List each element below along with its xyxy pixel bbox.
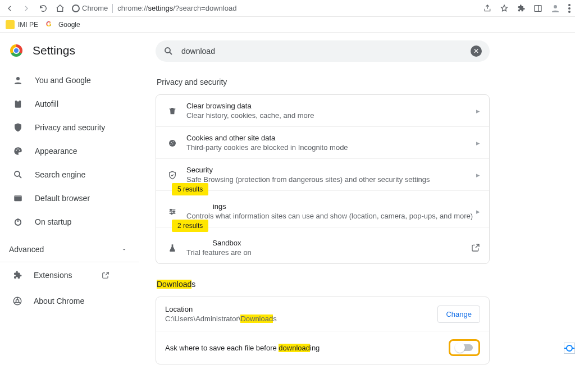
sidebar-item-label: Privacy and security [35, 123, 105, 132]
row-subtitle: Clear history, cookies, cache, and more [186, 111, 476, 120]
downloads-card: Location C:\Users\Administrator\Download… [156, 297, 490, 364]
svg-rect-7 [15, 101, 21, 108]
side-panel-icon[interactable] [533, 4, 542, 13]
settings-search-input[interactable] [180, 46, 471, 56]
open-in-new-icon [102, 271, 109, 279]
bookmark-label: IMI PE [18, 21, 38, 29]
power-icon [12, 217, 24, 227]
puzzle-icon [12, 270, 22, 280]
back-button[interactable] [4, 3, 15, 13]
svg-point-11 [19, 150, 20, 151]
location-path: C:\Users\Administrator\Downloads [165, 314, 277, 323]
ask-label: Ask where to save each file before downl… [165, 344, 320, 352]
palette-icon [12, 146, 24, 156]
trash-icon [165, 106, 180, 116]
cookie-icon [165, 138, 180, 148]
settings-main: ✕ Privacy and security Clear browsing da… [139, 33, 575, 392]
share-icon[interactable] [483, 4, 492, 13]
bookmark-google[interactable]: Google [46, 20, 80, 29]
sidebar-item-label: Appearance [35, 147, 77, 156]
row-ask-where-to-save: Ask where to save each file before downl… [156, 331, 489, 364]
svg-point-24 [173, 142, 174, 143]
svg-point-30 [170, 209, 172, 211]
sidebar-item-about[interactable]: About Chrome [0, 288, 139, 314]
reload-button[interactable] [38, 3, 48, 13]
forward-button[interactable] [21, 3, 31, 13]
sidebar-item-label: Search engine [35, 170, 85, 179]
chrome-about-icon [12, 296, 22, 306]
sidebar-item-default-browser[interactable]: Default browser [0, 186, 139, 210]
svg-point-19 [16, 299, 19, 302]
row-download-location: Location C:\Users\Administrator\Download… [156, 297, 489, 331]
profile-avatar[interactable] [550, 3, 560, 13]
sidebar-item-label: Extensions [34, 271, 72, 280]
sidebar-item-label: You and Google [35, 76, 91, 85]
bookmark-imi-pe[interactable]: IMI PE [6, 20, 38, 29]
shield-check-icon [165, 170, 180, 180]
row-title: Site settings [186, 202, 476, 211]
flask-icon [165, 243, 180, 253]
row-subtitle: Safe Browsing (protection from dangerous… [186, 175, 476, 184]
row-title: Privacy Sandbox [186, 239, 471, 247]
svg-point-5 [568, 11, 571, 13]
row-title: Clear browsing data [186, 102, 476, 110]
sidebar-item-search-engine[interactable]: Search engine [0, 163, 139, 186]
sidebar-item-label: About Chrome [34, 297, 84, 306]
svg-point-4 [568, 7, 571, 10]
search-icon [12, 170, 24, 180]
advanced-label: Advanced [9, 245, 44, 254]
location-label: Location [165, 305, 277, 313]
chevron-right-icon: ▸ [476, 171, 480, 179]
sliders-icon [165, 206, 180, 216]
search-icon [163, 46, 174, 56]
sidebar-item-autofill[interactable]: Autofill [0, 92, 139, 116]
star-icon[interactable] [500, 4, 509, 13]
google-favicon-icon [46, 20, 55, 29]
shield-icon [12, 122, 24, 133]
svg-point-32 [171, 213, 172, 215]
svg-point-23 [171, 142, 172, 143]
sidebar-item-you-and-google[interactable]: You and Google [0, 69, 139, 92]
svg-point-20 [165, 48, 170, 53]
site-info-icon [72, 4, 80, 12]
sidebar-item-appearance[interactable]: Appearance [0, 139, 139, 163]
results-bubble: 5 results [172, 183, 208, 195]
svg-point-22 [169, 140, 176, 147]
sidebar-item-label: Default browser [35, 194, 90, 203]
settings-search-box[interactable]: ✕ [156, 40, 490, 62]
row-clear-browsing-data[interactable]: Clear browsing dataClear history, cookie… [156, 95, 489, 127]
svg-point-25 [172, 144, 174, 145]
settings-sidebar: Settings You and Google Autofill Privacy… [0, 33, 139, 392]
ask-toggle[interactable] [456, 344, 473, 351]
sidebar-item-on-startup[interactable]: On startup [0, 210, 139, 234]
annotation-highlight [449, 339, 480, 356]
sidebar-advanced-toggle[interactable]: Advanced [0, 237, 139, 262]
row-cookies[interactable]: Cookies and other site dataThird-party c… [156, 127, 489, 159]
chevron-right-icon: ▸ [476, 139, 480, 147]
svg-point-12 [15, 171, 20, 176]
browser-toolbar: Chrome chrome://settings/?search=downloa… [0, 0, 575, 17]
person-icon [12, 75, 24, 85]
row-privacy-sandbox[interactable]: 2 results Privacy SandboxTrial features … [156, 227, 489, 263]
bookmark-favicon [6, 20, 15, 29]
results-bubble: 2 results [172, 220, 208, 232]
extensions-icon[interactable] [517, 4, 526, 13]
omni-chrome-label: Chrome [82, 4, 108, 12]
section-privacy-title: Privacy and security [157, 78, 569, 86]
sidebar-item-extensions[interactable]: Extensions [0, 262, 139, 288]
omnibox[interactable]: Chrome chrome://settings/?search=downloa… [72, 4, 476, 13]
kebab-menu-icon[interactable] [568, 4, 571, 13]
row-title: Security [186, 166, 476, 174]
teamviewer-floater[interactable] [564, 343, 575, 354]
svg-line-13 [19, 176, 21, 178]
sidebar-item-label: Autofill [35, 99, 58, 108]
svg-point-10 [17, 148, 19, 149]
change-location-button[interactable]: Change [437, 306, 480, 323]
home-button[interactable] [55, 3, 65, 13]
svg-point-6 [16, 77, 20, 80]
svg-rect-8 [17, 100, 20, 102]
clear-search-button[interactable]: ✕ [471, 45, 482, 57]
svg-point-2 [554, 5, 557, 8]
sidebar-item-privacy[interactable]: Privacy and security [0, 116, 139, 139]
privacy-card: Clear browsing dataClear history, cookie… [156, 94, 490, 264]
